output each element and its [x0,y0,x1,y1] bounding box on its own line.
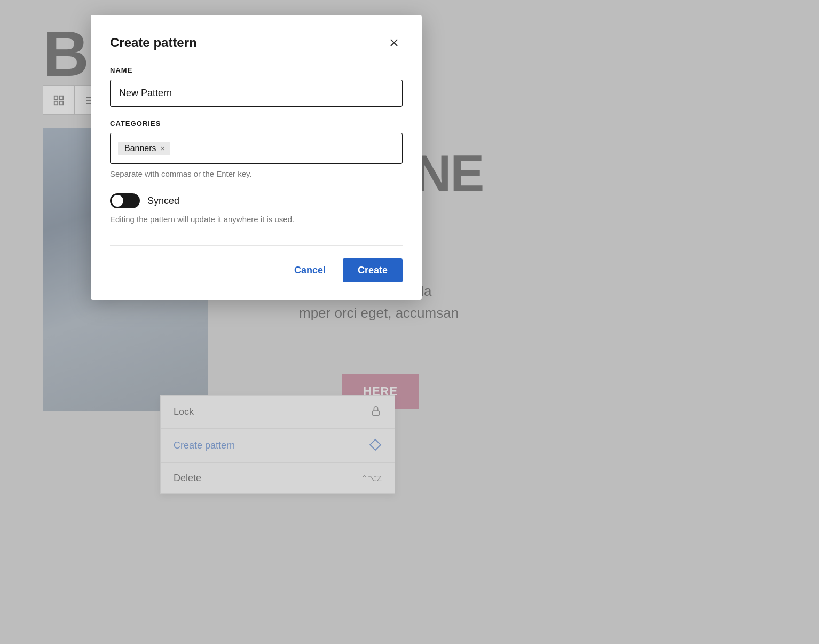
modal-title: Create pattern [110,35,197,50]
name-label: NAME [110,66,403,74]
toggle-thumb [112,195,123,207]
synced-label: Synced [147,195,179,207]
modal-header: Create pattern [110,34,403,51]
create-pattern-modal: Create pattern NAME CATEGORIES Banners ×… [91,15,422,300]
cancel-button[interactable]: Cancel [286,260,334,281]
category-tag-label: Banners [124,144,156,153]
synced-description: Editing the pattern will update it anywh… [110,214,403,226]
category-tag-remove[interactable]: × [161,144,165,153]
name-input[interactable] [110,80,403,107]
categories-hint: Separate with commas or the Enter key. [110,169,403,178]
synced-toggle[interactable] [110,193,140,208]
categories-field[interactable]: Banners × [110,133,403,164]
create-button[interactable]: Create [343,258,403,282]
modal-close-button[interactable] [385,34,403,51]
modal-footer: Cancel Create [110,245,403,282]
category-tag-banners: Banners × [118,142,170,155]
categories-label: CATEGORIES [110,120,403,128]
synced-toggle-row: Synced [110,193,403,208]
